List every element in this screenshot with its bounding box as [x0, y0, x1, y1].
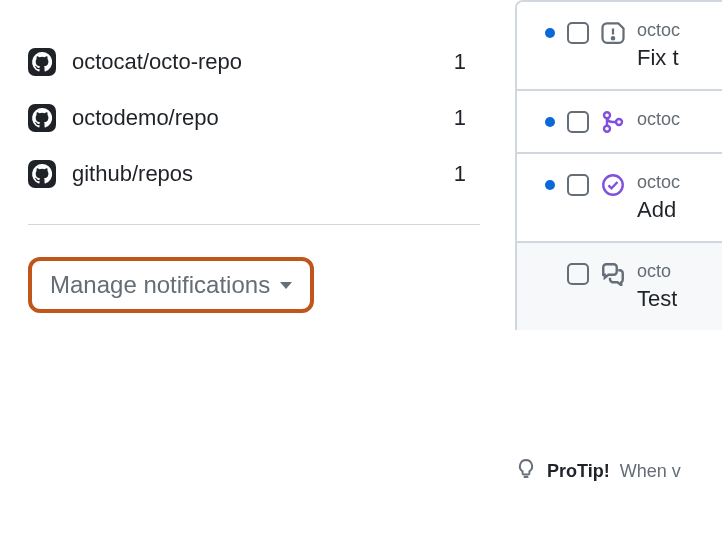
- manage-notifications-button[interactable]: Manage notifications: [28, 257, 314, 313]
- github-icon: [28, 48, 56, 76]
- notification-repo: octoc: [637, 20, 680, 41]
- caret-down-icon: [280, 282, 292, 289]
- git-merge-icon: [601, 110, 625, 134]
- notification-text: octoc Add: [637, 172, 680, 223]
- notification-row[interactable]: octoc Add: [517, 154, 722, 243]
- notification-repo: octoc: [637, 172, 680, 193]
- notification-title: Test: [637, 286, 677, 312]
- notification-repo: octoc: [637, 109, 680, 130]
- notification-text: octoc Fix t: [637, 20, 680, 71]
- svg-point-5: [604, 112, 610, 118]
- check-circle-icon: [601, 173, 625, 197]
- notification-row[interactable]: octoc: [517, 91, 722, 154]
- notification-row[interactable]: octoc Fix t: [517, 2, 722, 91]
- repo-item[interactable]: octodemo/repo 1: [28, 90, 490, 146]
- unread-dot: [545, 117, 555, 127]
- unread-dot: [545, 28, 555, 38]
- github-icon: [28, 160, 56, 188]
- notification-title: Add: [637, 197, 680, 223]
- repo-count: 1: [454, 161, 490, 187]
- unread-dot: [545, 180, 555, 190]
- notifications-list: octoc Fix t octoc octoc Add octo Te: [515, 0, 722, 330]
- checkbox[interactable]: [567, 111, 589, 133]
- repo-item[interactable]: octocat/octo-repo 1: [28, 34, 490, 90]
- protip: ProTip! When v: [515, 458, 681, 485]
- repo-count: 1: [454, 105, 490, 131]
- svg-point-4: [612, 37, 614, 39]
- notification-text: octo Test: [637, 261, 677, 312]
- notification-text: octoc: [637, 109, 680, 130]
- sidebar: octocat/octo-repo 1 octodemo/repo 1 gith…: [0, 0, 490, 313]
- discussion-icon: [601, 262, 625, 286]
- repo-name: octocat/octo-repo: [72, 49, 438, 75]
- protip-label: ProTip!: [547, 461, 610, 482]
- repo-count: 1: [454, 49, 490, 75]
- svg-point-7: [616, 119, 622, 125]
- svg-point-6: [604, 126, 610, 132]
- divider: [28, 224, 480, 225]
- manage-notifications-label: Manage notifications: [50, 271, 270, 299]
- notification-repo: octo: [637, 261, 677, 282]
- checkbox[interactable]: [567, 22, 589, 44]
- lightbulb-icon: [515, 458, 537, 485]
- checkbox[interactable]: [567, 174, 589, 196]
- repo-name: octodemo/repo: [72, 105, 438, 131]
- repo-list: octocat/octo-repo 1 octodemo/repo 1 gith…: [28, 10, 490, 214]
- protip-text: When v: [620, 461, 681, 482]
- notification-row[interactable]: octo Test: [517, 243, 722, 330]
- repo-name: github/repos: [72, 161, 438, 187]
- checkbox[interactable]: [567, 263, 589, 285]
- issue-icon: [601, 21, 625, 45]
- notification-title: Fix t: [637, 45, 680, 71]
- github-icon: [28, 104, 56, 132]
- repo-item[interactable]: github/repos 1: [28, 146, 490, 202]
